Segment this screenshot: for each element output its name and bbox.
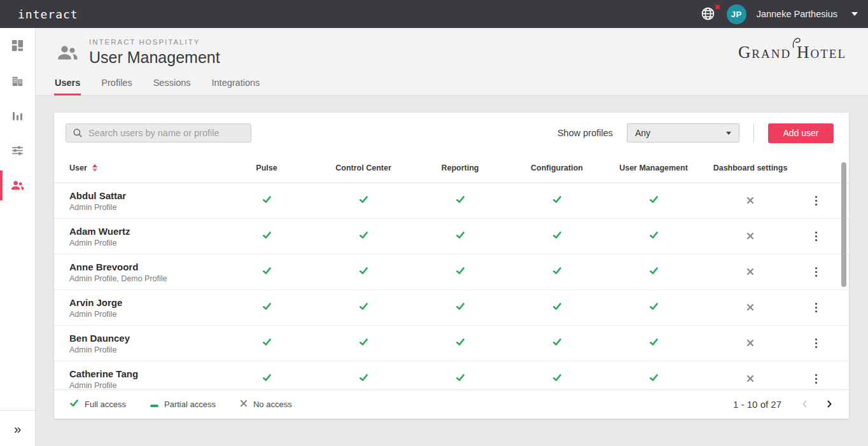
- table-row: Abdul SattarAdmin Profile: [54, 183, 849, 219]
- no-access-cross-icon: [746, 338, 754, 349]
- profile-filter-select[interactable]: Any: [627, 123, 739, 143]
- globe-icon: [700, 6, 716, 22]
- previous-page-button[interactable]: [799, 398, 811, 410]
- bar-chart-icon: [10, 108, 25, 123]
- access-cell: [315, 302, 412, 314]
- row-menu-button[interactable]: [810, 193, 822, 209]
- user-name: Ben Dauncey: [69, 333, 130, 344]
- sidebar-item-controls[interactable]: [0, 133, 35, 168]
- column-header-pulse: Pulse: [218, 164, 315, 172]
- row-menu-button[interactable]: [810, 335, 822, 351]
- users-icon: [10, 178, 25, 193]
- access-cell: [315, 337, 412, 349]
- full-access-check-icon: [456, 373, 465, 384]
- no-access-cross-icon: [746, 373, 754, 384]
- partial-access-dash-icon: [150, 400, 158, 409]
- full-access-check-icon: [552, 373, 562, 384]
- full-access-check-icon: [456, 195, 465, 206]
- full-access-check-icon: [69, 398, 79, 410]
- user-name: Janneke Parthesius: [757, 9, 837, 19]
- access-cell: [218, 230, 315, 242]
- access-cell: [412, 230, 508, 242]
- scrollbar-thumb[interactable]: [841, 162, 846, 287]
- row-menu-button[interactable]: [810, 264, 822, 280]
- user-profiles: Admin Profile: [69, 203, 126, 212]
- access-cell: [605, 230, 702, 242]
- no-access-cross-icon: [746, 195, 754, 206]
- access-cell: [605, 302, 702, 314]
- access-cell: [702, 373, 799, 385]
- full-access-check-icon: [359, 373, 368, 384]
- full-access-check-icon: [262, 195, 272, 206]
- row-menu-button[interactable]: [810, 371, 822, 387]
- double-chevron-right-icon: »: [14, 421, 22, 436]
- full-access-check-icon: [262, 302, 272, 313]
- full-access-check-icon: [552, 231, 562, 242]
- access-cell: [412, 373, 508, 385]
- chevron-down-icon[interactable]: [851, 12, 858, 16]
- access-cell: [508, 302, 605, 314]
- table-header-row: User Pulse Control Center Reporting Conf…: [54, 153, 849, 183]
- topbar: interact ✖ JP Janneke Parthesius: [0, 0, 868, 28]
- access-cell: [702, 231, 799, 242]
- full-access-check-icon: [649, 231, 659, 242]
- full-access-check-icon: [359, 195, 368, 206]
- access-cell: [605, 373, 702, 385]
- add-user-button[interactable]: Add user: [768, 123, 834, 143]
- sidebar-item-reports[interactable]: [0, 98, 35, 133]
- row-menu-button[interactable]: [810, 300, 822, 316]
- full-access-check-icon: [359, 231, 368, 242]
- row-menu-button[interactable]: [810, 228, 822, 244]
- no-access-cross-icon: [746, 302, 754, 313]
- legend-item-none: No access: [240, 400, 292, 409]
- access-cell: [605, 337, 702, 349]
- access-cell: [412, 266, 508, 278]
- no-access-cross-icon: [746, 267, 754, 277]
- search-input[interactable]: [88, 128, 244, 138]
- access-cell: [605, 266, 702, 278]
- globe-error-badge-icon: ✖: [714, 3, 720, 11]
- access-cell: [702, 338, 799, 349]
- tab-users[interactable]: Users: [54, 72, 81, 95]
- access-cell: [508, 230, 605, 242]
- full-access-check-icon: [649, 267, 659, 277]
- table-row: Catherine TangAdmin Profile: [54, 361, 849, 390]
- column-header-reporting: Reporting: [412, 164, 508, 172]
- users-icon: [56, 41, 79, 67]
- full-access-check-icon: [649, 373, 659, 384]
- user-table-card: Show profiles Any Add user User Pulse Co…: [54, 113, 849, 419]
- full-access-check-icon: [649, 195, 659, 206]
- avatar[interactable]: JP: [727, 4, 746, 24]
- full-access-check-icon: [456, 302, 465, 313]
- no-access-cross-icon: [240, 400, 248, 409]
- show-profiles-label: Show profiles: [557, 128, 613, 138]
- chevron-left-icon: [799, 398, 811, 410]
- sidebar-item-property[interactable]: [0, 63, 35, 98]
- sidebar-expand-button[interactable]: »: [0, 410, 35, 446]
- table-toolbar: Show profiles Any Add user: [54, 113, 849, 153]
- legend-label: Full access: [85, 400, 126, 409]
- sort-icon[interactable]: [92, 164, 97, 172]
- next-page-button[interactable]: [823, 398, 835, 410]
- user-profiles: Admin Profile: [69, 345, 130, 354]
- sidebar-item-dashboard[interactable]: [0, 28, 35, 63]
- full-access-check-icon: [552, 302, 562, 313]
- search-box[interactable]: [66, 123, 251, 143]
- access-cell: [315, 266, 412, 278]
- tab-integrations[interactable]: Integrations: [211, 72, 261, 95]
- access-cell: [702, 195, 799, 207]
- page-title: User Management: [89, 48, 220, 67]
- legend-label: Partial access: [164, 400, 216, 409]
- tab-profiles[interactable]: Profiles: [101, 72, 132, 95]
- full-access-check-icon: [552, 267, 562, 277]
- sidebar-item-user-management[interactable]: [0, 168, 35, 203]
- table-scrollbar[interactable]: [841, 155, 846, 389]
- tab-sessions[interactable]: Sessions: [153, 72, 192, 95]
- table-row: Anne BrevoordAdmin Profile, Demo Profile: [54, 254, 849, 290]
- language-globe-button[interactable]: ✖: [700, 6, 717, 22]
- table-row: Arvin JorgeAdmin Profile: [54, 290, 849, 326]
- no-access-cross-icon: [746, 231, 754, 242]
- sliders-icon: [10, 143, 25, 158]
- access-cell: [508, 373, 605, 385]
- column-header-user[interactable]: User: [69, 164, 218, 172]
